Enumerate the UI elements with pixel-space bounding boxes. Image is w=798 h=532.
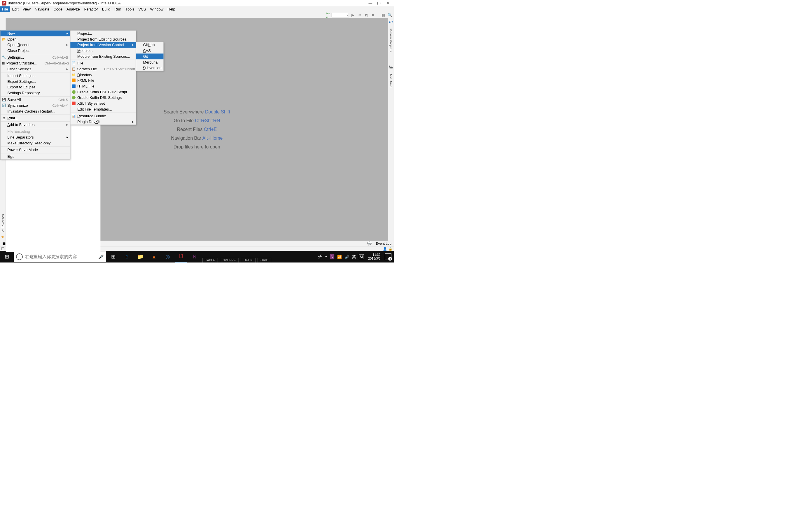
- taskbar-badge-table[interactable]: TABLE: [203, 258, 218, 263]
- taskbar-app-obs[interactable]: ◎: [162, 251, 173, 262]
- menu-refactor[interactable]: Refactor: [82, 6, 100, 12]
- file-menu-item-24[interactable]: Make Directory Read-only: [0, 140, 70, 146]
- file-menu-item-20[interactable]: Add to Favorites▸: [0, 122, 70, 128]
- tool-windows-quick-access-icon[interactable]: [1, 247, 4, 250]
- taskbar-app-intellij[interactable]: IJ: [175, 251, 187, 262]
- vcs-submenu-dropdown: GitHubCVSGitMercurialSubversion: [136, 42, 164, 71]
- file-menu-item-18[interactable]: 🖨Print...: [0, 115, 70, 121]
- menu-item-label: New: [7, 31, 61, 36]
- event-log-tool-window-button[interactable]: Event Log: [376, 242, 392, 246]
- file-menu-item-23[interactable]: Line Separators▸: [0, 134, 70, 140]
- new-menu-item-17[interactable]: Plugin DevKit▸: [70, 119, 136, 125]
- menu-vcs[interactable]: VCS: [136, 6, 148, 12]
- new-menu-item-16[interactable]: 📊Resource Bundle: [70, 113, 136, 119]
- vc-menu-item-4[interactable]: Subversion: [136, 65, 164, 71]
- new-menu-item-1[interactable]: Project from Existing Sources...: [70, 36, 136, 42]
- tray-chevron-icon[interactable]: ^: [325, 254, 327, 259]
- menu-item-label: Open...: [7, 37, 68, 41]
- taskbar-badge-grid[interactable]: GRID: [258, 258, 271, 263]
- taskbar-app-onenote[interactable]: N: [188, 251, 201, 262]
- menu-window[interactable]: Window: [148, 6, 165, 12]
- favorites-tool-window-button[interactable]: 2: Favorites: [1, 214, 5, 232]
- stop-icon[interactable]: ■: [370, 13, 375, 18]
- new-menu-item-6[interactable]: 📄File: [70, 60, 136, 66]
- coverage-icon[interactable]: ◩: [364, 13, 369, 18]
- cortana-search-box[interactable]: 在这里输入你要搜索的内容 🎤: [14, 251, 106, 262]
- file-menu-item-1[interactable]: 📂Open...: [0, 36, 70, 42]
- taskbar-badge-helix[interactable]: HELIX: [241, 258, 255, 263]
- taskbar-badge-sphere[interactable]: SPHERE: [220, 258, 239, 263]
- file-menu-item-2[interactable]: Open Recent▸: [0, 42, 70, 48]
- file-menu-item-15[interactable]: 🔄SynchronizeCtrl+Alt+Y: [0, 103, 70, 109]
- menu-run[interactable]: Run: [112, 6, 123, 12]
- file-menu-item-16[interactable]: Invalidate Caches / Restart...: [0, 109, 70, 114]
- menu-item-label: HTML File: [77, 84, 134, 88]
- file-menu-item-11[interactable]: Export to Eclipse...: [0, 84, 70, 90]
- new-menu-item-4[interactable]: Module from Existing Sources...: [70, 54, 136, 59]
- run-config-select[interactable]: [331, 13, 349, 17]
- vc-menu-item-2[interactable]: Git: [136, 54, 164, 59]
- menu-tools[interactable]: Tools: [123, 6, 136, 12]
- menu-item-label: Resource Bundle: [77, 114, 134, 118]
- file-menu-item-3[interactable]: Close Project: [0, 48, 70, 54]
- menu-help[interactable]: Help: [165, 6, 177, 12]
- new-menu-item-11[interactable]: 🟢Gradle Kotlin DSL Build Script: [70, 89, 136, 95]
- file-menu-item-12[interactable]: Settings Repository...: [0, 90, 70, 96]
- taskbar-clock[interactable]: 11:39 2018/3/3: [367, 253, 382, 261]
- file-menu-item-7[interactable]: Other Settings▸: [0, 66, 70, 72]
- file-menu-item-6[interactable]: ▦Project Structure...Ctrl+Alt+Shift+S: [0, 60, 70, 66]
- new-menu-item-10[interactable]: 🟦HTML File: [70, 83, 136, 89]
- new-menu-item-8[interactable]: 📁Directory: [70, 72, 136, 78]
- new-menu-item-12[interactable]: 🟢Gradle Kotlin DSL Settings: [70, 95, 136, 101]
- run-icon[interactable]: ▶: [350, 13, 356, 18]
- ime-indicator-1[interactable]: 英: [352, 254, 356, 259]
- menu-build[interactable]: Build: [100, 6, 112, 12]
- new-menu-item-9[interactable]: 🟧FXML File: [70, 78, 136, 83]
- wifi-icon[interactable]: 📶: [337, 254, 342, 259]
- start-button[interactable]: ⊞: [0, 254, 14, 260]
- file-menu-item-26[interactable]: Power Save Mode: [0, 147, 70, 153]
- menu-item-label: Project Structure...: [6, 61, 37, 65]
- new-menu-item-13[interactable]: 🟥XSLT Stylesheet: [70, 101, 136, 107]
- minimize-button[interactable]: —: [366, 1, 375, 6]
- maven-tool-window-button[interactable]: Maven Projects: [389, 28, 393, 53]
- new-menu-item-14[interactable]: Edit File Templates...: [70, 107, 136, 112]
- menu-file[interactable]: File: [0, 6, 10, 12]
- volume-icon[interactable]: 🔊: [345, 254, 349, 259]
- menu-analyze[interactable]: Analyze: [64, 6, 82, 12]
- project-structure-icon[interactable]: ▦: [381, 13, 386, 18]
- file-menu-item-28[interactable]: Exit: [0, 154, 70, 159]
- maven-icon: m: [389, 20, 393, 24]
- file-menu-item-5[interactable]: 🔧Settings...Ctrl+Alt+S: [0, 55, 70, 60]
- file-menu-item-0[interactable]: New▸: [0, 31, 70, 36]
- vc-menu-item-1[interactable]: CVS: [136, 48, 164, 54]
- maximize-button[interactable]: ▢: [375, 1, 383, 6]
- taskbar-app-edge[interactable]: e: [121, 251, 133, 262]
- new-menu-item-0[interactable]: Project...: [70, 31, 136, 36]
- menu-code[interactable]: Code: [51, 6, 64, 12]
- microphone-icon[interactable]: 🎤: [98, 254, 103, 259]
- menu-edit[interactable]: Edit: [10, 6, 20, 12]
- submenu-arrow-icon: ▸: [132, 120, 134, 124]
- file-menu-item-10[interactable]: Export Settings...: [0, 78, 70, 84]
- debug-icon[interactable]: ✶: [357, 13, 362, 18]
- file-menu-item-14[interactable]: 💾Save AllCtrl+S: [0, 97, 70, 103]
- ime-indicator-2[interactable]: M: [359, 254, 364, 259]
- vc-menu-item-0[interactable]: GitHub: [136, 42, 164, 48]
- action-center-icon[interactable]: 3: [385, 253, 392, 260]
- close-button[interactable]: ✕: [383, 1, 392, 6]
- new-menu-item-3[interactable]: Module...: [70, 48, 136, 54]
- onenote-tray-icon[interactable]: N: [330, 254, 334, 259]
- ant-tool-window-button[interactable]: Ant Build: [389, 74, 393, 87]
- taskbar-app-explorer[interactable]: 📁: [134, 251, 147, 262]
- new-menu-item-2[interactable]: Project from Version Control▸: [70, 42, 136, 48]
- taskbar-app-task-view[interactable]: ⊞: [107, 251, 119, 262]
- menu-navigate[interactable]: Navigate: [33, 6, 51, 12]
- new-menu-item-7[interactable]: 📋Scratch FileCtrl+Alt+Shift+Insert: [70, 66, 136, 72]
- people-icon[interactable]: xR: [318, 254, 322, 259]
- search-icon[interactable]: 🔍: [387, 13, 392, 18]
- menu-view[interactable]: View: [20, 6, 33, 12]
- file-menu-item-9[interactable]: Import Settings...: [0, 73, 70, 79]
- taskbar-app-matlab[interactable]: ▲: [148, 251, 160, 262]
- vc-menu-item-3[interactable]: Mercurial: [136, 59, 164, 65]
